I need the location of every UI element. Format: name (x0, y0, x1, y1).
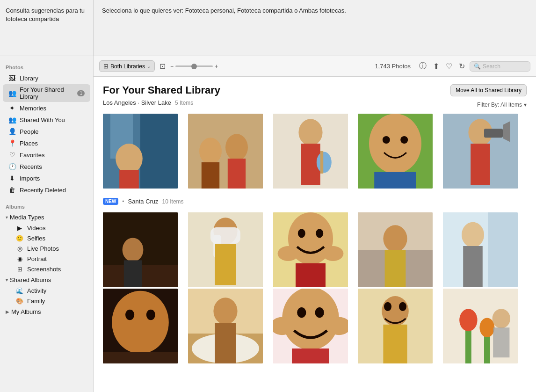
photo-cell[interactable] (358, 289, 433, 363)
sidebar-item-family[interactable]: 🎨 Family (3, 296, 90, 306)
sidebar-item-label: Selfies (27, 235, 45, 242)
family-icon: 🎨 (16, 298, 23, 305)
photo-cell[interactable] (188, 289, 263, 363)
sidebar-item-label: Portrait (27, 255, 47, 262)
photo-grid-section2 (103, 212, 527, 363)
svg-rect-49 (463, 246, 483, 287)
page-title: For Your Shared Library (103, 84, 220, 96)
my-albums-group[interactable]: ▶ My Albums (3, 306, 90, 317)
main-content: ⊞ Both Libraries ⌄ ⊡ − + 1,743 Photos ⓘ … (94, 56, 536, 392)
svg-rect-23 (484, 129, 503, 138)
section1-location: Los Angeles · Silver Lake 5 Items (103, 99, 193, 106)
sidebar-item-imports[interactable]: ⬇ Imports (3, 173, 90, 184)
info-button[interactable]: ⓘ (418, 60, 427, 72)
sidebar-item-screenshots[interactable]: ⊞ Screenshots (3, 264, 90, 274)
favorite-button[interactable]: ♡ (445, 61, 453, 72)
svg-point-76 (480, 318, 495, 337)
content-area[interactable]: For Your Shared Library Move All to Shar… (94, 77, 536, 392)
screenshots-icon: ⊞ (16, 266, 23, 273)
photo-cell[interactable] (443, 212, 518, 287)
share-button[interactable]: ⬆ (432, 61, 440, 72)
photo-cell[interactable] (273, 114, 348, 189)
sidebar-item-places[interactable]: 📍 Places (3, 138, 90, 149)
sidebar-item-memories[interactable]: ✦ Memories (3, 102, 90, 114)
favorites-icon: ♡ (8, 151, 16, 159)
svg-point-68 (382, 296, 409, 326)
people-icon: 👤 (8, 128, 16, 135)
sidebar-item-live-photos[interactable]: ◎ Live Photos (3, 244, 90, 254)
svg-point-37 (277, 246, 298, 261)
memories-icon: ✦ (8, 104, 16, 112)
svg-rect-73 (465, 326, 471, 363)
filter-button[interactable]: Filter By: All Items ▾ (477, 102, 527, 108)
sidebar-item-label: Videos (27, 225, 46, 232)
library-selector-button[interactable]: ⊞ Both Libraries ⌄ (99, 60, 155, 72)
move-all-button[interactable]: Move All to Shared Library (450, 84, 527, 96)
svg-rect-52 (103, 352, 178, 363)
photo-count: 1,743 Photos (375, 63, 411, 70)
shared-albums-group[interactable]: ▾ Shared Albums (3, 275, 90, 285)
svg-rect-47 (488, 212, 518, 287)
svg-point-61 (282, 289, 339, 350)
fit-to-screen-button[interactable]: ⊡ (159, 61, 167, 72)
svg-rect-74 (484, 334, 490, 363)
sidebar-item-videos[interactable]: ▶ Videos (3, 223, 90, 233)
sidebar-item-label: Shared With You (20, 116, 65, 123)
photo-cell[interactable] (103, 114, 178, 189)
shared-library-icon: 👥 (8, 89, 16, 97)
sidebar-item-shared-with-you[interactable]: 👥 Shared With You (3, 114, 90, 125)
sidebar-item-selfies[interactable]: 🙂 Selfies (3, 233, 90, 243)
sidebar-item-activity[interactable]: 🌊 Activity (3, 286, 90, 296)
svg-point-54 (146, 310, 155, 320)
page-header: For Your Shared Library Move All to Shar… (103, 84, 527, 96)
sidebar-item-people[interactable]: 👤 People (3, 126, 90, 137)
section2-header: NEW • Santa Cruz 10 Items (103, 198, 527, 209)
zoom-slider[interactable] (175, 65, 213, 67)
recently-deleted-icon: 🗑 (8, 186, 16, 194)
rotate-button[interactable]: ↻ (458, 61, 466, 72)
sidebar-item-portrait[interactable]: ◉ Portrait (3, 254, 90, 264)
photo-cell[interactable] (188, 114, 263, 189)
photo-cell[interactable] (443, 289, 518, 363)
search-box[interactable]: 🔍 Search (470, 61, 530, 72)
photo-cell[interactable] (188, 212, 263, 287)
sidebar-item-label: Activity (27, 287, 46, 294)
tooltip-right-text: Selecciona lo que quieres ver: Fototeca … (94, 0, 536, 56)
svg-point-3 (116, 144, 143, 174)
sidebar-item-label: Live Photos (27, 245, 59, 252)
photo-cell[interactable] (103, 289, 178, 363)
sidebar-item-recents[interactable]: 🕐 Recents (3, 161, 90, 172)
svg-point-28 (123, 238, 144, 261)
photo-cell[interactable] (443, 114, 518, 189)
sidebar: Photos 🖼 Library 👥 For Your Shared Libra… (0, 56, 94, 392)
svg-point-6 (199, 138, 222, 165)
selfies-icon: 🙂 (16, 235, 23, 242)
chevron-right-icon: ▶ (6, 309, 9, 314)
photo-cell[interactable] (273, 212, 348, 287)
photo-cell[interactable] (358, 114, 433, 189)
sidebar-item-for-your-shared-library[interactable]: 👥 For Your Shared Library 1 (3, 84, 90, 102)
photo-cell[interactable] (103, 212, 178, 287)
filter-label: Filter By: All Items (477, 102, 522, 108)
svg-rect-17 (375, 172, 417, 189)
svg-rect-7 (202, 162, 219, 189)
sidebar-item-favorites[interactable]: ♡ Favorites (3, 149, 90, 160)
media-types-group[interactable]: ▾ Media Types (3, 212, 90, 223)
photo-cell[interactable] (358, 212, 433, 287)
svg-rect-78 (493, 327, 509, 357)
zoom-minus-icon[interactable]: − (170, 63, 174, 70)
svg-rect-34 (210, 227, 240, 244)
svg-point-38 (322, 246, 343, 261)
tooltip-overlay: Consulta sugerencias para tu fototeca co… (0, 0, 536, 56)
sidebar-item-library[interactable]: 🖼 Library (3, 73, 90, 84)
svg-rect-4 (119, 170, 139, 189)
section2-count: 10 Items (162, 198, 184, 205)
albums-section-label: Albums (0, 199, 93, 211)
sidebar-item-recently-deleted[interactable]: 🗑 Recently Deleted (3, 184, 90, 196)
sidebar-item-label: Memories (20, 105, 46, 112)
zoom-plus-icon[interactable]: + (215, 63, 218, 70)
sidebar-item-label: Recently Deleted (20, 187, 66, 194)
photo-cell[interactable] (273, 289, 348, 363)
sidebar-item-label: Family (27, 298, 45, 305)
chevron-down-icon: ▾ (6, 215, 8, 220)
